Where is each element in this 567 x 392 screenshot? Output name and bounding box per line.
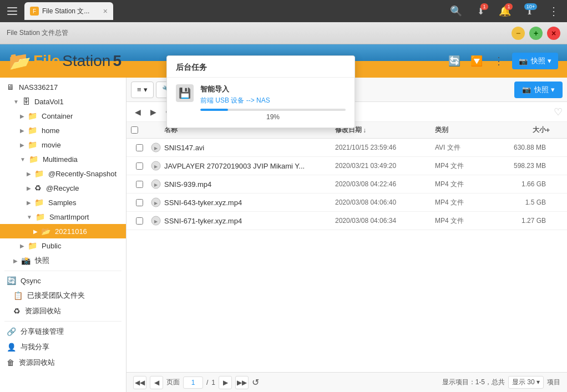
file-icon: ▶ bbox=[148, 197, 164, 208]
forward-button[interactable]: ▶ bbox=[146, 105, 160, 119]
sidebar-item-qsync[interactable]: 🔄 Qsync bbox=[0, 273, 126, 288]
table-row[interactable]: ▶ SNIS147.avi 2021/10/15 23:59:46 AVI 文件… bbox=[126, 139, 567, 157]
file-icon: ▶ bbox=[148, 215, 164, 226]
file-date: 2021/10/15 23:59:46 bbox=[335, 144, 435, 151]
sidebar-item-public[interactable]: ▶ 📁 Public bbox=[0, 238, 126, 253]
refresh-button[interactable]: ↺ bbox=[252, 377, 259, 388]
popup-header: 后台任务 bbox=[167, 56, 355, 78]
qsync-icon: 🔄 bbox=[7, 276, 16, 285]
sidebar-item-movie[interactable]: ▶ 📁 movie bbox=[0, 138, 126, 152]
snapshot-button[interactable]: 📷 📷 快照 ▾ 快照 ▾ bbox=[512, 53, 558, 69]
sidebar-item-recycle[interactable]: ▶ ♻ @Recycle bbox=[0, 181, 126, 195]
sidebar-recycle-label: @Recycle bbox=[46, 184, 79, 192]
row-checkbox[interactable] bbox=[131, 181, 148, 188]
sidebar-item-samples[interactable]: ▶ 📁 Samples bbox=[0, 195, 126, 210]
table-row[interactable]: ▶ JAVPLAYER 27072019003 JVIP Mikami Y...… bbox=[126, 157, 567, 175]
sidebar-shared-label: 与我分享 bbox=[21, 342, 49, 352]
sidebar: 🖥 NAS336217 ▼ 🗄 DataVol1 ▶ 📁 Container ▶ bbox=[0, 78, 126, 392]
more-options-button[interactable]: ⋮ bbox=[490, 52, 508, 70]
sidebar-item-recently-snapshot[interactable]: ▶ 📁 @Recently-Snapshot bbox=[0, 166, 126, 181]
sidebar-20211016-label: 20211016 bbox=[55, 227, 87, 236]
close-button[interactable]: × bbox=[547, 27, 560, 40]
notifications-button[interactable]: 🔔 1 bbox=[496, 2, 514, 20]
table-row[interactable]: ▶ SSNI-671-tyker.xyz.mp4 2020/03/08 04:0… bbox=[126, 212, 567, 230]
sidebar-item-home[interactable]: ▶ 📁 home bbox=[0, 123, 126, 138]
view-toggle-button[interactable]: ≡ ▾ bbox=[131, 82, 154, 98]
sidebar-item-shared-with-me[interactable]: 👤 与我分享 bbox=[0, 339, 126, 355]
sidebar-item-nas[interactable]: 🖥 NAS336217 bbox=[0, 80, 126, 94]
arrow-icon: ▶ bbox=[27, 171, 31, 177]
popup-task-item: 💾 智能导入 前端 USB 设备 --> NAS 19% bbox=[167, 78, 355, 128]
sync-button[interactable]: 🔄 bbox=[446, 52, 463, 70]
file-name: SSNI-643-tyker.xyz.mp4 bbox=[164, 198, 335, 207]
back-button[interactable]: ◀ bbox=[131, 105, 144, 119]
hamburger-button[interactable] bbox=[4, 3, 20, 19]
prev-page-button[interactable]: ◀ bbox=[150, 376, 163, 389]
info-button[interactable]: ℹ 10+ bbox=[520, 2, 538, 20]
arrow-icon: ▶ bbox=[13, 258, 18, 264]
filter-icon: 🔽 bbox=[470, 55, 483, 67]
browser-tab[interactable]: F File Station 文... × bbox=[24, 2, 113, 20]
folder-icon: 📁 bbox=[36, 212, 45, 221]
sidebar-item-share-links[interactable]: 🔗 分享链接管理 bbox=[0, 324, 126, 339]
header-add[interactable]: + bbox=[546, 125, 563, 135]
arrow-icon: ▼ bbox=[27, 214, 32, 220]
filter-button[interactable]: 🔽 bbox=[468, 52, 485, 70]
per-page-selector[interactable]: 显示 30 ▾ bbox=[508, 376, 544, 389]
header-checkbox[interactable] bbox=[131, 125, 148, 135]
sidebar-item-multimedia[interactable]: ▼ 📁 Multimedia bbox=[0, 152, 126, 166]
search-button[interactable]: 🔍 bbox=[447, 2, 465, 20]
last-page-button[interactable]: ▶▶ bbox=[235, 376, 249, 389]
file-size: 630.88 MB bbox=[490, 144, 546, 151]
dropdown-icon: ▾ bbox=[144, 85, 148, 94]
header-type[interactable]: 类别 bbox=[435, 125, 490, 135]
svg-text:▶: ▶ bbox=[154, 182, 158, 187]
table-row[interactable]: ▶ SNIS-939.mp4 2020/03/08 04:22:46 MP4 文… bbox=[126, 175, 567, 194]
arrow-icon: ▶ bbox=[20, 113, 24, 119]
app-window: File Station 文件总管 − + × 📂 FileStation 5 … bbox=[0, 22, 567, 392]
more-options-icon: ⋮ bbox=[494, 55, 504, 67]
arrow-icon: ▶ bbox=[27, 185, 31, 191]
file-size: 1.66 GB bbox=[490, 180, 546, 188]
task-subtitle: 前端 USB 设备 --> NAS bbox=[200, 96, 346, 105]
row-checkbox[interactable] bbox=[131, 144, 148, 151]
favorite-button[interactable]: ♡ bbox=[554, 106, 563, 118]
sidebar-item-container[interactable]: ▶ 📁 Container bbox=[0, 109, 126, 123]
row-checkbox[interactable] bbox=[131, 199, 148, 206]
folder-icon: 📁 bbox=[28, 126, 37, 135]
background-tasks-panel: 后台任务 💾 智能导入 前端 USB 设备 --> NAS 19% bbox=[166, 55, 355, 128]
maximize-button[interactable]: + bbox=[529, 27, 543, 40]
first-page-button[interactable]: ◀◀ bbox=[133, 376, 146, 389]
minimize-button[interactable]: − bbox=[512, 27, 525, 40]
file-icon: ▶ bbox=[148, 179, 164, 190]
page-total: 1 bbox=[211, 379, 215, 386]
next-page-button[interactable]: ▶ bbox=[219, 376, 232, 389]
sidebar-item-smartimport[interactable]: ▼ 📁 SmartImport bbox=[0, 210, 126, 224]
sidebar-item-snapshot[interactable]: ▶ 📸 快照 bbox=[0, 253, 126, 268]
sidebar-item-trash[interactable]: 🗑 资源回收站 bbox=[0, 355, 126, 370]
download-badge: 1 bbox=[480, 3, 488, 10]
sidebar-item-qsync-recycle[interactable]: ♻ 资源回收站 bbox=[0, 303, 126, 319]
tab-close-button[interactable]: × bbox=[103, 7, 108, 16]
arrow-icon: ▶ bbox=[27, 200, 31, 206]
camera-icon: 📷 bbox=[519, 57, 528, 65]
file-name: JAVPLAYER 27072019003 JVIP Mikami Y... bbox=[164, 162, 335, 170]
search-icon: 🔍 bbox=[450, 5, 462, 17]
row-checkbox[interactable] bbox=[131, 162, 148, 170]
select-all-checkbox[interactable] bbox=[131, 126, 138, 134]
popup-title: 后台任务 bbox=[176, 63, 207, 72]
more-button[interactable]: ⋮ bbox=[545, 2, 563, 20]
header-size[interactable]: 大小 bbox=[490, 125, 546, 135]
snapshot-main-button[interactable]: 📷 快照 ▾ bbox=[514, 82, 563, 98]
table-row[interactable]: ▶ SSNI-643-tyker.xyz.mp4 2020/03/08 04:0… bbox=[126, 194, 567, 212]
sidebar-item-20211016[interactable]: ▶ 📂 20211016 bbox=[0, 224, 126, 238]
row-checkbox[interactable] bbox=[131, 217, 148, 225]
page-input[interactable] bbox=[183, 376, 203, 389]
file-icon: ▶ bbox=[148, 142, 164, 153]
sidebar-nas-section: 🖥 NAS336217 ▼ 🗄 DataVol1 ▶ 📁 Container ▶ bbox=[0, 78, 126, 373]
sidebar-item-received-files[interactable]: 📋 已接受团队文件夹 bbox=[0, 288, 126, 303]
folder-icon: 🗄 bbox=[22, 97, 30, 106]
download-button[interactable]: ⬇ 1 bbox=[472, 2, 489, 20]
file-name: SSNI-671-tyker.xyz.mp4 bbox=[164, 217, 335, 225]
sidebar-item-datavol1[interactable]: ▼ 🗄 DataVol1 bbox=[0, 94, 126, 109]
